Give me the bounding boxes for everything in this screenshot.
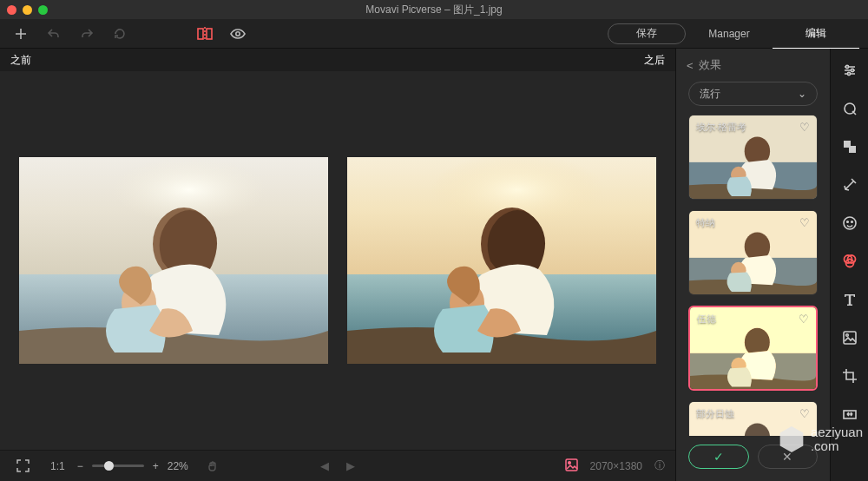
zoom-slider[interactable]	[92, 465, 144, 467]
before-label: 之前	[0, 49, 338, 71]
canvas-footer: 1:1 − + 22% ◀ ▶ 2070×1380 ⓘ	[0, 450, 675, 481]
effects-tool-icon[interactable]	[840, 252, 859, 271]
svg-rect-1	[207, 29, 212, 39]
favorite-icon[interactable]: ♡	[799, 121, 810, 134]
canvas-area: 之前 之后	[0, 49, 675, 481]
svg-point-33	[847, 72, 850, 75]
apply-effect-button[interactable]: ✓	[688, 445, 749, 469]
svg-point-39	[851, 221, 852, 223]
zoom-ratio[interactable]: 1:1	[50, 460, 65, 472]
zoom-out-button[interactable]: −	[77, 460, 83, 472]
svg-rect-0	[198, 29, 203, 39]
svg-rect-43	[844, 332, 856, 344]
svg-point-38	[846, 221, 848, 223]
crop-tool-icon[interactable]	[840, 366, 859, 385]
effects-title: 效果	[699, 57, 721, 73]
text-tool-icon[interactable]	[840, 290, 859, 309]
effect-preset-label: 伍德	[697, 313, 716, 326]
close-window-icon[interactable]	[7, 5, 16, 15]
effects-category-dropdown[interactable]: 流行 ⌄	[688, 82, 818, 106]
effects-category-label: 流行	[700, 87, 720, 102]
watermark: aeziyuan .com	[774, 422, 863, 457]
favorite-icon[interactable]: ♡	[799, 407, 810, 420]
svg-point-31	[845, 65, 848, 68]
zoom-in-button[interactable]: +	[153, 460, 159, 472]
pan-hand-button[interactable]	[201, 454, 225, 478]
preview-eye-button[interactable]	[226, 22, 250, 46]
maximize-window-icon[interactable]	[38, 5, 48, 15]
effect-preset-label: 部分日蚀	[696, 407, 734, 420]
undo-button[interactable]	[42, 22, 66, 46]
before-image	[19, 157, 328, 364]
tab-manager[interactable]: Manager	[686, 19, 773, 49]
fit-screen-button[interactable]	[10, 454, 35, 478]
svg-point-44	[845, 334, 848, 337]
window-title: Movavi Picverse – 图片_1.jpg	[365, 3, 502, 17]
effect-preset-label: 埃尔·格雷考	[696, 121, 746, 134]
image-tool-icon[interactable]	[840, 328, 859, 347]
add-button[interactable]	[9, 22, 33, 46]
adjust-tool-icon[interactable]	[840, 61, 859, 80]
info-icon[interactable]: ⓘ	[654, 458, 665, 473]
window-titlebar: Movavi Picverse – 图片_1.jpg	[0, 0, 868, 19]
image-dimensions: 2070×1380	[590, 460, 642, 472]
emoji-tool-icon[interactable]	[840, 214, 859, 233]
right-toolbar	[830, 49, 868, 481]
zoom-percent: 22%	[168, 460, 188, 472]
image-thumb-icon[interactable]	[565, 458, 578, 474]
erase-tool-icon[interactable]	[840, 137, 859, 156]
redo-button[interactable]	[75, 22, 99, 46]
effect-preset-label: 特纳	[696, 216, 715, 229]
top-toolbar: 保存 Manager 编辑	[0, 19, 868, 49]
minimize-window-icon[interactable]	[23, 5, 32, 15]
effects-back-icon[interactable]: <	[687, 59, 694, 72]
next-image-button[interactable]: ▶	[346, 459, 355, 472]
favorite-icon[interactable]: ♡	[799, 216, 810, 229]
svg-point-14	[568, 461, 570, 464]
svg-point-2	[236, 31, 240, 35]
save-button[interactable]: 保存	[608, 23, 686, 44]
after-label: 之后	[338, 49, 675, 71]
svg-point-32	[851, 69, 853, 71]
chevron-down-icon: ⌄	[798, 88, 806, 100]
prev-image-button[interactable]: ◀	[320, 459, 329, 472]
compare-view-button[interactable]	[193, 22, 217, 46]
effect-preset-card[interactable]: 伍德 ♡	[688, 306, 818, 391]
effect-preset-card[interactable]: 埃尔·格雷考 ♡	[688, 115, 818, 200]
after-image	[347, 157, 656, 364]
effect-preset-card[interactable]: 特纳 ♡	[688, 210, 818, 295]
reset-button[interactable]	[108, 22, 132, 46]
effects-panel: < 效果 流行 ⌄ 埃尔·格雷考 ♡ 特纳 ♡	[675, 49, 830, 481]
select-tool-icon[interactable]	[840, 99, 859, 118]
favorite-icon[interactable]: ♡	[799, 313, 809, 326]
resize-tool-icon[interactable]	[840, 405, 859, 424]
tab-editor[interactable]: 编辑	[773, 18, 859, 49]
svg-rect-36	[849, 146, 856, 153]
retouch-tool-icon[interactable]	[840, 175, 859, 194]
